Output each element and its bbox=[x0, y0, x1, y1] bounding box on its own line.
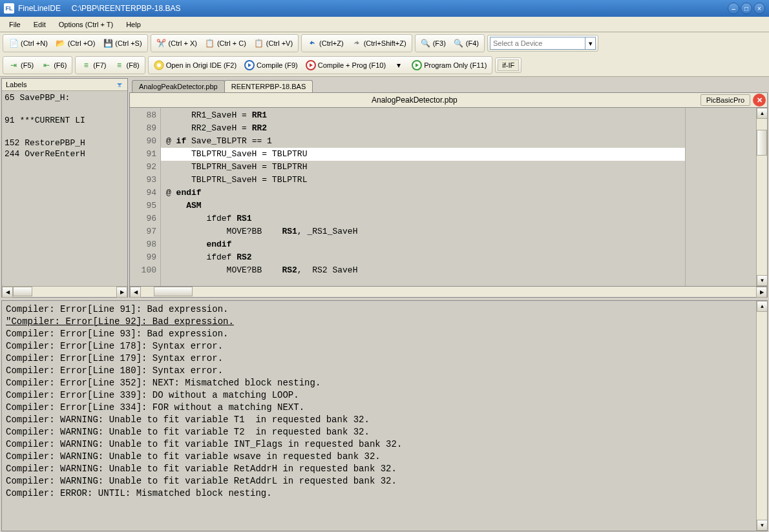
output-line: Compiler: Error[Line 178]: Syntax error. bbox=[6, 340, 752, 353]
output-line: Compiler: Error[Line 180]: Syntax error. bbox=[6, 365, 752, 377]
open-folder-icon: 📂 bbox=[56, 38, 66, 48]
save-button[interactable]: 💾(Ctrl +S) bbox=[100, 36, 145, 50]
maximize-button[interactable]: □ bbox=[741, 3, 752, 14]
undo-button[interactable]: (Ctrl+Z) bbox=[304, 36, 347, 50]
language-badge: PicBasicPro bbox=[701, 94, 750, 106]
label-item[interactable] bbox=[2, 103, 127, 115]
code-line[interactable]: ifdef RS2 bbox=[161, 251, 685, 264]
block-f7[interactable]: ≡(F7) bbox=[78, 58, 109, 72]
scroll-left-icon[interactable]: ◀ bbox=[130, 287, 141, 298]
scroll-right-icon[interactable]: ▶ bbox=[756, 287, 767, 298]
code-area[interactable]: RR1_SaveH = RR1 RR2_SaveH = RR2@ if Save… bbox=[161, 108, 685, 286]
code-line[interactable]: TBLPTRL_SaveH = TBLPTRL bbox=[161, 174, 685, 187]
menu-options[interactable]: Options (Ctrl + T) bbox=[52, 18, 120, 31]
line-gutter: 888990919293949596979899100 bbox=[130, 108, 161, 286]
labels-dropdown-icon[interactable] bbox=[116, 81, 123, 88]
code-line[interactable]: RR2_SaveH = RR2 bbox=[161, 122, 685, 135]
code-container: 888990919293949596979899100 RR1_SaveH = … bbox=[129, 108, 768, 287]
close-window-button[interactable]: × bbox=[753, 3, 765, 14]
editor-vscroll[interactable]: ▲ ▼ bbox=[756, 108, 767, 286]
code-line[interactable]: endif bbox=[161, 238, 685, 251]
search-next-icon: 🔍 bbox=[454, 38, 464, 48]
labels-panel: Labels 65 SavePBP_H:91 ***CURRENT LI152 … bbox=[1, 78, 128, 298]
redo-icon bbox=[352, 38, 362, 48]
label-item[interactable]: 244 OverReEnterH bbox=[2, 148, 127, 159]
code-line[interactable]: ASM bbox=[161, 200, 685, 212]
output-line: Compiler: Error[Line 334]: FOR without a… bbox=[6, 402, 752, 414]
file-path: C:\PBP\REENTERPBP-18.BAS bbox=[72, 4, 181, 13]
indent-left-f5[interactable]: ⇥(F5) bbox=[5, 58, 37, 72]
code-line[interactable]: MOVE?BB RS2, RS2 SaveH bbox=[161, 264, 685, 277]
menu-edit[interactable]: Edit bbox=[27, 18, 52, 31]
copy-button[interactable]: 📋(Ctrl + C) bbox=[202, 36, 249, 50]
orig-ide-icon bbox=[154, 60, 164, 70]
output-line: Compiler: WARNING: Unable to fit variabl… bbox=[6, 463, 752, 475]
output-line: "Compiler: Error[Line 92]: Bad expressio… bbox=[6, 316, 752, 328]
labels-list[interactable]: 65 SavePBP_H:91 ***CURRENT LI152 Restore… bbox=[2, 91, 127, 286]
open-orig-ide-button[interactable]: Open in Origi IDE (F2) bbox=[151, 58, 240, 72]
scroll-down-icon[interactable]: ▼ bbox=[757, 275, 768, 286]
scroll-thumb[interactable] bbox=[13, 287, 32, 296]
find-button[interactable]: 🔍(F3) bbox=[417, 36, 449, 50]
scroll-right-icon[interactable]: ▶ bbox=[116, 287, 127, 298]
paste-button[interactable]: 📋(Ctrl +V) bbox=[251, 36, 296, 50]
code-line[interactable]: @ endif bbox=[161, 187, 685, 200]
tab[interactable]: REENTERPBP-18.BAS bbox=[224, 80, 313, 92]
labels-header[interactable]: Labels bbox=[2, 79, 127, 91]
editor-hscroll[interactable]: ◀ ▶ bbox=[129, 287, 768, 298]
compile-prog-icon bbox=[306, 60, 316, 70]
hscroll-thumb[interactable] bbox=[154, 287, 193, 296]
output-content[interactable]: Compiler: Error[Line 91]: Bad expression… bbox=[2, 301, 756, 531]
scroll-up-icon[interactable]: ▲ bbox=[757, 108, 768, 119]
scroll-up-icon[interactable]: ▲ bbox=[757, 301, 768, 312]
scroll-down-icon[interactable]: ▼ bbox=[757, 520, 768, 531]
device-select[interactable]: ▾ bbox=[490, 37, 596, 50]
label-item[interactable]: 91 ***CURRENT LI bbox=[2, 115, 127, 126]
window-controls: ‒ □ × bbox=[728, 3, 765, 14]
paste-icon: 📋 bbox=[254, 38, 264, 48]
output-line: Compiler: WARNING: Unable to fit variabl… bbox=[6, 414, 752, 426]
code-line[interactable]: TBLPTRH_SaveH = TBLPTRH bbox=[161, 161, 685, 174]
code-line[interactable]: TBLPTRU_SaveH = TBLPTRU bbox=[161, 148, 685, 161]
program-icon bbox=[412, 60, 422, 70]
tab[interactable]: AnalogPeakDetector.pbp bbox=[132, 80, 225, 92]
app-icon: FL bbox=[4, 3, 14, 14]
findnext-button[interactable]: 🔍(F4) bbox=[450, 36, 482, 50]
minimize-button[interactable]: ‒ bbox=[728, 3, 739, 14]
output-line: Compiler: Error[Line 179]: Syntax error. bbox=[6, 353, 752, 365]
code-line[interactable]: MOVE?BB RS1, _RS1_SaveH bbox=[161, 225, 685, 238]
program-only-button[interactable]: Program Only (F11) bbox=[408, 58, 490, 72]
label-item[interactable]: 152 RestorePBP_H bbox=[2, 138, 127, 148]
indent-left-f6[interactable]: ⇤(F6) bbox=[38, 58, 70, 72]
title-text: FineLineIDE C:\PBP\REENTERPBP-18.BAS bbox=[18, 4, 180, 13]
code-line[interactable]: RR1_SaveH = RR1 bbox=[161, 109, 685, 122]
dropdown-arrow[interactable]: ▾ bbox=[390, 58, 407, 72]
output-line: Compiler: Error[Line 352]: NEXT: Mismatc… bbox=[6, 377, 752, 389]
vscroll-thumb[interactable] bbox=[757, 130, 767, 156]
svg-point-1 bbox=[157, 63, 161, 67]
labels-hscroll[interactable]: ◀ ▶ bbox=[2, 286, 127, 297]
code-line[interactable]: @ if Save_TBLPTR == 1 bbox=[161, 135, 685, 148]
chevron-down-icon: ▾ bbox=[394, 60, 404, 70]
output-line: Compiler: ERROR: UNTIL: Mismatched block… bbox=[6, 487, 752, 500]
label-item[interactable]: 65 SavePBP_H: bbox=[2, 92, 127, 103]
scroll-left-icon[interactable]: ◀ bbox=[2, 287, 13, 298]
cut-button[interactable]: ✂️(Ctrl + X) bbox=[153, 36, 200, 50]
device-input[interactable] bbox=[490, 39, 585, 47]
label-item[interactable] bbox=[2, 126, 127, 138]
editor-header: AnalogPeakDetector.pbp PicBasicPro ✕ bbox=[129, 92, 768, 108]
compile-button[interactable]: Compile (F9) bbox=[241, 58, 301, 72]
new-button[interactable]: 📄(Ctrl +N) bbox=[5, 36, 51, 50]
open-button[interactable]: 📂(Ctrl +O) bbox=[52, 36, 98, 50]
compile-prog-button[interactable]: Compile + Prog (F10) bbox=[302, 58, 389, 72]
close-tab-button[interactable]: ✕ bbox=[753, 94, 766, 107]
redo-button[interactable]: (Ctrl+Shift+Z) bbox=[348, 36, 410, 50]
block-f8[interactable]: ≡(F8) bbox=[111, 58, 143, 72]
cut-icon: ✂️ bbox=[156, 38, 167, 48]
code-line[interactable]: ifdef RS1 bbox=[161, 212, 685, 225]
menu-file[interactable]: File bbox=[3, 18, 27, 31]
menu-help[interactable]: Help bbox=[120, 18, 147, 31]
device-dropdown-icon[interactable]: ▾ bbox=[585, 37, 595, 49]
output-vscroll[interactable]: ▲ ▼ bbox=[756, 301, 767, 531]
output-line: Compiler: WARNING: Unable to fit variabl… bbox=[6, 475, 752, 487]
